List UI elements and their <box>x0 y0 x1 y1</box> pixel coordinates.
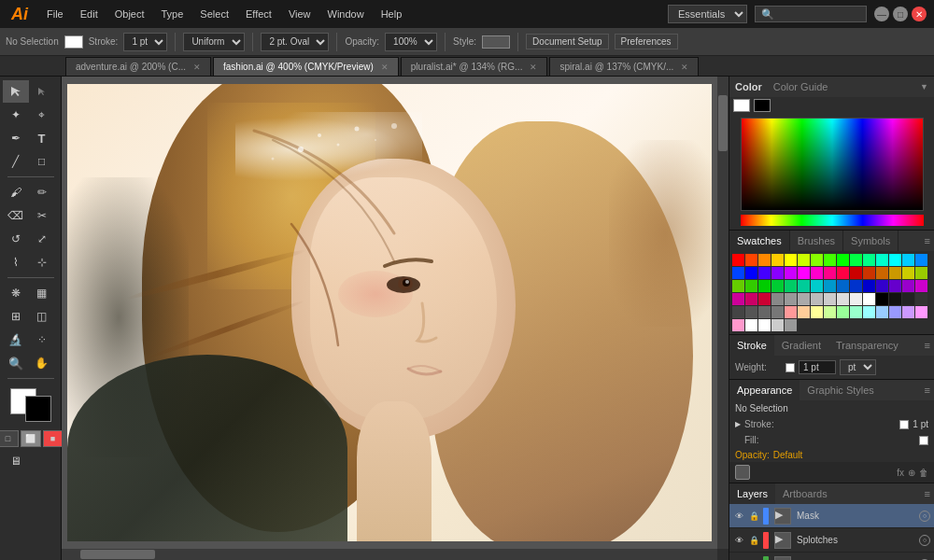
menu-effect[interactable]: Effect <box>242 7 276 21</box>
swatch-color[interactable] <box>850 254 862 266</box>
color-fg-small[interactable] <box>733 99 750 112</box>
swatch-color[interactable] <box>902 280 914 292</box>
tab-fashion[interactable]: fashion.ai @ 400% (CMYK/Preview) ✕ <box>213 57 399 76</box>
minimize-button[interactable]: — <box>874 7 889 21</box>
column-graph-tool[interactable]: ▦ <box>29 282 55 304</box>
stroke-weight-input[interactable] <box>799 360 836 374</box>
fx-button[interactable]: fx <box>897 468 904 478</box>
swatch-color[interactable] <box>785 254 797 266</box>
swatch-color[interactable] <box>771 293 784 305</box>
swatch-color[interactable] <box>837 267 849 279</box>
vertical-scrollbar[interactable] <box>717 77 729 549</box>
stroke-appearance-row[interactable]: ▶ Stroke: 1 pt <box>729 416 934 432</box>
layer-lock-icon[interactable]: 🔒 <box>748 511 759 522</box>
mesh-tool[interactable]: ⊞ <box>3 305 29 328</box>
swatch-color[interactable] <box>745 254 757 266</box>
pen-tool[interactable]: ✒ <box>3 127 29 149</box>
color-gradient-picker[interactable] <box>741 118 924 211</box>
menu-file[interactable]: File <box>43 7 67 21</box>
swatch-color[interactable] <box>889 280 901 292</box>
menu-select[interactable]: Select <box>196 7 233 21</box>
swatch-color[interactable] <box>732 280 744 292</box>
direct-selection-tool[interactable] <box>29 80 55 103</box>
stroke-expand-icon[interactable]: ▶ <box>735 420 741 428</box>
swatch-color[interactable] <box>889 267 901 279</box>
lasso-tool[interactable]: ⌖ <box>29 104 55 126</box>
swatch-color[interactable] <box>902 254 914 266</box>
layers-panel-menu[interactable]: ≡ <box>921 483 934 504</box>
swatch-color[interactable] <box>824 293 836 305</box>
swatch-color[interactable] <box>798 293 810 305</box>
layer-row[interactable]: 👁 🔒 ▶ Splotches ○ <box>729 528 934 553</box>
swatch-color[interactable] <box>758 293 771 305</box>
swatch-color[interactable] <box>745 267 757 279</box>
swatch-color[interactable] <box>798 254 810 266</box>
swatch-color[interactable] <box>811 280 823 292</box>
swatch-color[interactable] <box>850 267 862 279</box>
swatch-color[interactable] <box>902 306 914 318</box>
swatch-color[interactable] <box>876 280 888 292</box>
swatch-color[interactable] <box>915 267 927 279</box>
swatch-color[interactable] <box>837 293 849 305</box>
graphic-styles-tab[interactable]: Graphic Styles <box>800 380 882 400</box>
color-panel-expand[interactable]: ▼ <box>920 82 928 91</box>
swatch-color[interactable] <box>732 254 744 266</box>
swatch-color[interactable] <box>863 280 875 292</box>
swatch-color[interactable] <box>915 293 927 305</box>
swatch-color[interactable] <box>915 280 927 292</box>
layer-target-icon[interactable]: ○ <box>919 511 930 522</box>
swatch-color[interactable] <box>811 267 823 279</box>
swatch-color[interactable] <box>785 293 797 305</box>
swatch-color[interactable] <box>758 254 771 266</box>
canvas-area[interactable] <box>62 77 729 560</box>
swatch-color[interactable] <box>732 267 744 279</box>
workspace-dropdown[interactable]: Essentials <box>668 5 747 23</box>
rect-tool[interactable]: □ <box>29 150 55 173</box>
swatch-color[interactable] <box>745 306 757 318</box>
swatch-color[interactable] <box>824 280 836 292</box>
swatch-color[interactable] <box>850 306 862 318</box>
color-bg-small[interactable] <box>754 99 771 112</box>
search-input[interactable] <box>755 6 867 22</box>
swatch-color[interactable] <box>798 280 810 292</box>
menu-window[interactable]: Window <box>324 7 368 21</box>
swatch-color[interactable] <box>850 293 862 305</box>
tab-adventure[interactable]: adventure.ai @ 200% (C... ✕ <box>65 57 211 76</box>
swatch-color[interactable] <box>863 254 875 266</box>
menu-object[interactable]: Object <box>111 7 149 21</box>
swatch-color[interactable] <box>745 319 757 331</box>
layer-lock-icon[interactable]: 🔒 <box>748 535 759 546</box>
swatches-tab[interactable]: Swatches <box>729 231 790 251</box>
swatch-color[interactable] <box>876 306 888 318</box>
layers-tab[interactable]: Layers <box>729 483 775 504</box>
zoom-tool[interactable]: 🔍 <box>3 352 29 374</box>
swatch-color[interactable] <box>824 267 836 279</box>
maximize-button[interactable]: □ <box>893 7 908 21</box>
line-tool[interactable]: ╱ <box>3 150 29 173</box>
swatch-color[interactable] <box>915 254 927 266</box>
swatch-color[interactable] <box>785 306 797 318</box>
stroke-color-preview[interactable] <box>64 35 83 49</box>
fill-appearance-row[interactable]: ▶ Fill: <box>729 432 934 448</box>
gradient-tab[interactable]: Gradient <box>774 335 828 356</box>
tab-spiral[interactable]: spiral.ai @ 137% (CMYK/... ✕ <box>549 57 699 76</box>
rotate-tool[interactable]: ↺ <box>3 228 29 250</box>
fill-color-preview[interactable] <box>919 436 928 445</box>
swatch-color[interactable] <box>771 280 784 292</box>
stroke-color-preview[interactable] <box>899 420 909 429</box>
appearance-panel-menu[interactable]: ≡ <box>921 380 934 400</box>
add-effect-button[interactable]: ⊕ <box>908 468 915 478</box>
layer-expand-icon[interactable]: ▶ <box>774 508 791 525</box>
swatch-color[interactable] <box>863 293 875 305</box>
swatch-color[interactable] <box>811 254 823 266</box>
free-transform-tool[interactable]: ⊹ <box>29 251 55 273</box>
swatch-color[interactable] <box>889 306 901 318</box>
swatch-color[interactable] <box>824 306 836 318</box>
tab-close-fashion[interactable]: ✕ <box>381 63 389 72</box>
eraser-tool[interactable]: ⌫ <box>3 204 29 227</box>
tab-pluralist[interactable]: pluralist.ai* @ 134% (RG... ✕ <box>401 57 548 76</box>
menu-help[interactable]: Help <box>377 7 406 21</box>
symbols-tab[interactable]: Symbols <box>843 231 899 251</box>
normal-mode-button[interactable]: □ <box>0 430 19 447</box>
close-button[interactable]: ✕ <box>912 7 927 21</box>
